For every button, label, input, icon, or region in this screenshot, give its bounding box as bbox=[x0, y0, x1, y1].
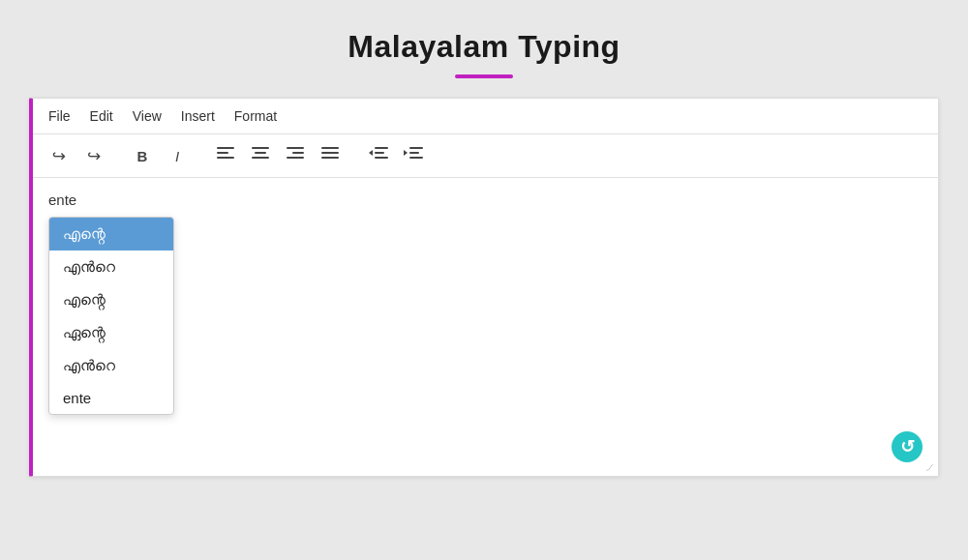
toolbar: ↩ ↪ B I bbox=[33, 134, 938, 178]
menu-bar: File Edit View Insert Format bbox=[33, 99, 938, 134]
indent-increase-button[interactable] bbox=[399, 142, 428, 169]
menu-format[interactable]: Format bbox=[234, 108, 277, 124]
svg-rect-12 bbox=[375, 147, 388, 149]
refresh-button[interactable]: ↺ bbox=[892, 431, 923, 462]
align-right-icon bbox=[287, 146, 304, 165]
svg-rect-13 bbox=[375, 152, 384, 154]
editor-wrapper: File Edit View Insert Format ↩ ↪ B I bbox=[29, 98, 939, 477]
redo-icon: ↪ bbox=[87, 146, 101, 166]
svg-marker-15 bbox=[369, 150, 373, 156]
svg-rect-6 bbox=[287, 147, 304, 149]
refresh-icon: ↺ bbox=[900, 436, 915, 457]
autocomplete-item-4[interactable]: എന്‍റെ bbox=[49, 349, 173, 382]
menu-file[interactable]: File bbox=[48, 108, 71, 124]
svg-rect-9 bbox=[321, 147, 339, 149]
editor-content[interactable]: ente bbox=[48, 192, 923, 462]
resize-handle[interactable]: ⟋ bbox=[923, 461, 936, 474]
autocomplete-item-5[interactable]: ente bbox=[49, 382, 173, 414]
undo-icon: ↩ bbox=[52, 146, 66, 166]
svg-rect-18 bbox=[409, 157, 423, 159]
bold-icon: B bbox=[137, 148, 148, 164]
indent-decrease-icon bbox=[369, 146, 388, 165]
align-right-button[interactable] bbox=[281, 142, 310, 169]
page-title: Malayalam Typing bbox=[348, 29, 620, 65]
editor-area: ente എന്റെ എൻറെ എന്റെ ഏന്റെ എന്‍റെ ente … bbox=[33, 178, 938, 476]
title-underline bbox=[455, 74, 513, 78]
svg-rect-14 bbox=[375, 157, 388, 159]
redo-button[interactable]: ↪ bbox=[79, 142, 108, 169]
svg-rect-5 bbox=[252, 157, 269, 159]
indent-increase-icon bbox=[404, 146, 423, 165]
indent-decrease-button[interactable] bbox=[364, 142, 393, 169]
menu-edit[interactable]: Edit bbox=[90, 108, 113, 124]
undo-button[interactable]: ↩ bbox=[45, 142, 74, 169]
align-left-button[interactable] bbox=[211, 142, 240, 169]
autocomplete-dropdown: എന്റെ എൻറെ എന്റെ ഏന്റെ എന്‍റെ ente bbox=[48, 217, 174, 415]
svg-rect-2 bbox=[217, 157, 234, 159]
bold-button[interactable]: B bbox=[128, 142, 157, 169]
svg-rect-11 bbox=[321, 157, 339, 159]
justify-button[interactable] bbox=[316, 142, 345, 169]
svg-rect-1 bbox=[217, 152, 228, 154]
italic-button[interactable]: I bbox=[163, 142, 192, 169]
svg-rect-8 bbox=[287, 157, 304, 159]
svg-rect-3 bbox=[252, 147, 269, 149]
justify-icon bbox=[321, 146, 339, 165]
align-left-icon bbox=[217, 146, 234, 165]
autocomplete-item-1[interactable]: എൻറെ bbox=[49, 251, 173, 283]
svg-marker-19 bbox=[404, 150, 408, 156]
autocomplete-item-3[interactable]: ഏന്റെ bbox=[49, 316, 173, 349]
autocomplete-item-0[interactable]: എന്റെ bbox=[49, 218, 173, 251]
align-center-button[interactable] bbox=[246, 142, 275, 169]
menu-insert[interactable]: Insert bbox=[181, 108, 215, 124]
menu-view[interactable]: View bbox=[133, 108, 162, 124]
svg-rect-16 bbox=[409, 147, 423, 149]
typed-text: ente bbox=[48, 192, 76, 208]
svg-rect-17 bbox=[409, 152, 419, 154]
svg-rect-10 bbox=[321, 152, 339, 154]
svg-rect-0 bbox=[217, 147, 234, 149]
svg-rect-7 bbox=[292, 152, 304, 154]
autocomplete-item-2[interactable]: എന്റെ bbox=[49, 283, 173, 316]
align-center-icon bbox=[252, 146, 269, 165]
svg-rect-4 bbox=[255, 152, 266, 154]
italic-icon: I bbox=[175, 148, 179, 164]
